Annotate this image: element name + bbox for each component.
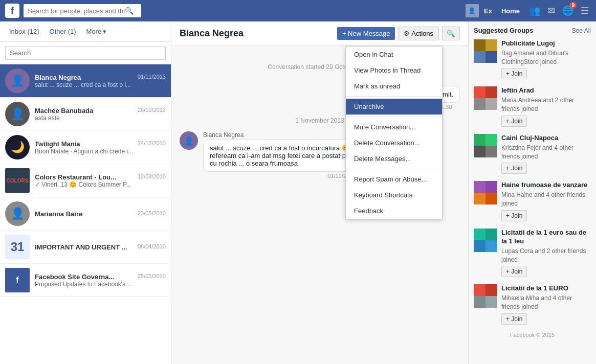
- msg-name: Machée Banubada: [35, 107, 93, 115]
- dropdown-item-report-spam[interactable]: Report Spam or Abuse...: [346, 171, 442, 187]
- messages-list: 👤 Bianca Negrea 01/11/2013 salut ... scu…: [0, 64, 171, 364]
- nav-home-link[interactable]: Home: [501, 7, 520, 15]
- msg-content: Facebook Site Governa... 25/03/2010 Prop…: [35, 273, 166, 288]
- avatar: 🌙: [5, 135, 30, 160]
- group-avatar: [474, 284, 497, 308]
- global-search-bar[interactable]: 🔍: [24, 4, 141, 17]
- global-search-input[interactable]: [28, 7, 125, 15]
- see-all-link[interactable]: See All: [572, 27, 591, 34]
- avatar: f: [5, 268, 30, 292]
- group-avatar: [474, 181, 497, 204]
- dropdown-item-unarchive[interactable]: Unarchive: [346, 99, 442, 115]
- search-messages[interactable]: [0, 42, 171, 64]
- fb-logo-letter: f: [11, 6, 14, 16]
- avatar: COLORS: [5, 168, 30, 193]
- group-name: Caini Cluj-Napoca: [501, 134, 591, 143]
- join-button[interactable]: + Join: [501, 210, 527, 221]
- group-item: Haine frumoase de vanzare Mina Haine and…: [474, 181, 591, 221]
- msg-name: Colors Restaurant - Lou...: [35, 173, 116, 181]
- group-name: Ieftin Arad: [501, 86, 591, 95]
- msg-date: 25/03/2010: [138, 273, 166, 281]
- list-item[interactable]: 31 IMPORTANT AND URGENT ... 08/04/2010: [0, 231, 171, 264]
- dropdown-item-view-photos[interactable]: View Photos in Thread: [346, 62, 442, 78]
- main-layout: Inbox (12) Other (1) More ▾ 👤 Bianca Neg…: [0, 21, 596, 364]
- msg-content: Twilight Mania 24/12/2010 Buon Natale · …: [35, 140, 166, 155]
- avatar: 👤: [180, 131, 198, 150]
- msg-date: 24/12/2010: [138, 140, 166, 148]
- right-panel: Suggested Groups See All Publicitate Lug…: [468, 21, 596, 364]
- new-message-button[interactable]: + New Message: [337, 27, 395, 40]
- actions-button[interactable]: ⚙ Actions: [398, 27, 439, 40]
- top-nav: f 🔍 👤 Ex Home 👥 ✉ 🌐 9 ☰: [0, 0, 596, 21]
- msg-date: 23/05/2010: [138, 210, 166, 218]
- list-item[interactable]: 👤 Marianna Baire 23/05/2010: [0, 197, 171, 231]
- msg-date: 26/10/2013: [138, 107, 166, 115]
- msg-header: Machée Banubada 26/10/2013: [35, 107, 166, 115]
- group-members: Krisztina Fejér and 4 other friends join…: [501, 144, 591, 161]
- dropdown-divider: [346, 96, 442, 97]
- join-button[interactable]: + Join: [501, 116, 527, 127]
- dropdown-item-keyboard-shortcuts[interactable]: Keyboard Shortcuts: [346, 187, 442, 203]
- group-info: Haine frumoase de vanzare Mina Haine and…: [501, 181, 591, 221]
- more-btn[interactable]: More ▾: [82, 25, 111, 38]
- dropdown-item-open-chat[interactable]: Open in Chat: [346, 47, 442, 62]
- dropdown-item-delete-conv[interactable]: Delete Conversation...: [346, 135, 442, 151]
- nav-friends-icon[interactable]: 👥: [529, 5, 540, 16]
- notification-badge: 9: [569, 2, 577, 9]
- msg-header: Facebook Site Governa... 25/03/2010: [35, 273, 166, 281]
- msg-content: IMPORTANT AND URGENT ... 08/04/2010: [35, 243, 166, 251]
- nav-notifications-icon[interactable]: 🌐 9: [562, 5, 573, 16]
- search-icon: 🔍: [125, 7, 134, 15]
- join-button[interactable]: + Join: [501, 68, 527, 79]
- join-button[interactable]: + Join: [501, 313, 527, 325]
- msg-name: IMPORTANT AND URGENT ...: [35, 243, 127, 251]
- dropdown-item-feedback[interactable]: Feedback: [346, 203, 442, 219]
- avatar: 👤: [5, 69, 30, 93]
- dropdown-item-mute[interactable]: Mute Conversation...: [346, 119, 442, 135]
- dropdown-item-mark-unread[interactable]: Mark as unread: [346, 78, 442, 94]
- group-item: Ieftin Arad Maria Andreea and 2 other fr…: [474, 86, 591, 126]
- group-avatar: [474, 134, 497, 157]
- list-item[interactable]: 👤 Machée Banubada 26/10/2013 asta este: [0, 98, 171, 131]
- nav-username: Ex: [484, 7, 492, 15]
- list-item[interactable]: 👤 Bianca Negrea 01/11/2013 salut ... scu…: [0, 64, 171, 98]
- suggested-groups-header: Suggested Groups See All: [474, 27, 591, 34]
- group-item: Publicitate Lugoj Bsg Amanet and Dibuu's…: [474, 39, 591, 79]
- search-thread-button[interactable]: 🔍: [442, 27, 460, 40]
- dropdown-item-delete-msg[interactable]: Delete Messages...: [346, 151, 442, 167]
- thread-actions: + New Message ⚙ Actions 🔍: [337, 27, 460, 40]
- dropdown-divider: [346, 169, 442, 169]
- group-info: Caini Cluj-Napoca Krisztina Fejér and 4 …: [501, 134, 591, 174]
- group-name: Publicitate Lugoj: [501, 39, 591, 48]
- msg-content: Marianna Baire 23/05/2010: [35, 210, 166, 218]
- nav-settings-icon[interactable]: ☰: [581, 5, 589, 16]
- dropdown-divider: [346, 117, 442, 117]
- tab-other[interactable]: Other (1): [46, 25, 80, 38]
- msg-date: 01/11/2013: [138, 74, 166, 81]
- group-info: Ieftin Arad Maria Andreea and 2 other fr…: [501, 86, 591, 126]
- suggested-groups-title: Suggested Groups: [474, 27, 533, 34]
- group-item: Licitatii de la 1 euro sau de la 1 leu L…: [474, 229, 591, 277]
- inbox-tabs: Inbox (12) Other (1) More ▾: [0, 21, 171, 42]
- group-info: Publicitate Lugoj Bsg Amanet and Dibuu's…: [501, 39, 591, 79]
- list-item[interactable]: 🌙 Twilight Mania 24/12/2010 Buon Natale …: [0, 131, 171, 164]
- footer-text: Facebook © 2015: [474, 332, 591, 338]
- group-members: Lupas Cora and 2 other friends joined: [501, 247, 591, 264]
- msg-header: Bianca Negrea 01/11/2013: [35, 74, 166, 81]
- msg-name: Facebook Site Governa...: [35, 273, 114, 281]
- join-button[interactable]: + Join: [501, 163, 527, 174]
- group-members: Mina Haine and 4 other friends joined: [501, 191, 591, 208]
- msg-header: Twilight Mania 24/12/2010: [35, 140, 166, 148]
- nav-messages-icon[interactable]: ✉: [547, 5, 555, 16]
- list-item[interactable]: COLORS Colors Restaurant - Lou... 12/08/…: [0, 164, 171, 197]
- message-search-input[interactable]: [5, 46, 166, 60]
- group-members: Maria Andreea and 2 other friends joined: [501, 96, 591, 113]
- group-info: Licitatii de la 1 euro sau de la 1 leu L…: [501, 229, 591, 277]
- tab-inbox[interactable]: Inbox (12): [5, 25, 43, 38]
- join-button[interactable]: + Join: [501, 266, 527, 277]
- avatar: 👤: [5, 201, 30, 226]
- list-item[interactable]: f Facebook Site Governa... 25/03/2010 Pr…: [0, 264, 171, 297]
- group-avatar: [474, 229, 497, 252]
- nav-avatar: 👤: [466, 4, 479, 17]
- group-item: Licitatii de la 1 EURO Mihaella Miha and…: [474, 284, 591, 324]
